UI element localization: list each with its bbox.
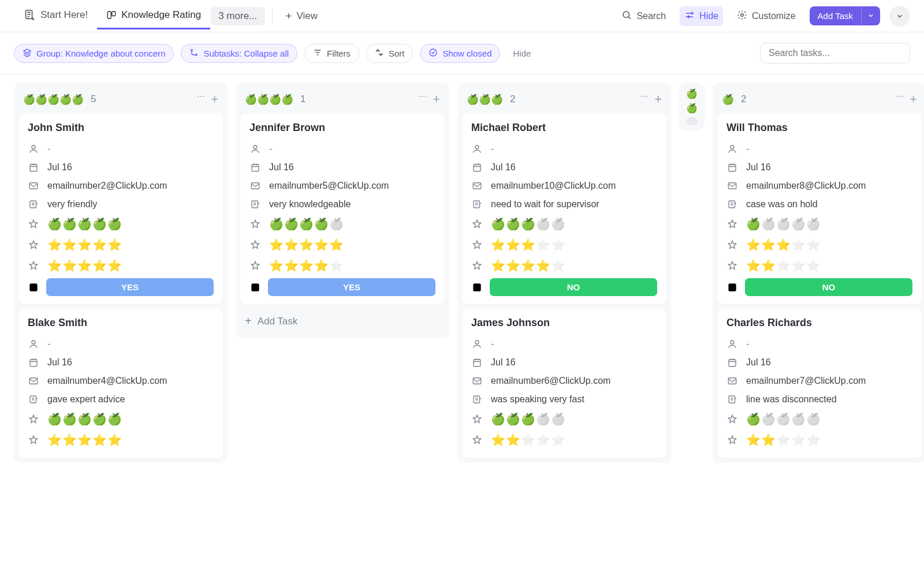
date-row[interactable]: Jul 16	[28, 158, 214, 177]
assignee-row[interactable]: -	[726, 140, 912, 158]
column-more-button[interactable]: ⋯	[419, 92, 427, 107]
add-task-button[interactable]: Add Task	[810, 6, 880, 25]
column-more-button[interactable]: ⋯	[640, 92, 649, 107]
resolved-row[interactable]: YES	[28, 276, 214, 296]
column-add-button[interactable]: +	[654, 92, 662, 107]
apple-rating-row[interactable]: 🍏🍏🍏🍏🍏	[28, 409, 214, 429]
star-icon	[726, 260, 738, 271]
task-card[interactable]: Will Thomas-Jul 16emailnumber8@ClickUp.c…	[717, 114, 922, 304]
note-icon	[726, 394, 738, 405]
assignee-row[interactable]: -	[471, 140, 657, 158]
note-icon	[28, 199, 39, 210]
resolved-row[interactable]: YES	[249, 276, 435, 296]
svg-rect-30	[474, 360, 480, 366]
assignee-row[interactable]: -	[471, 335, 657, 353]
resolved-row[interactable]: NO	[726, 276, 912, 296]
email-row[interactable]: emailnumber10@ClickUp.com	[471, 177, 657, 195]
hide-button[interactable]: Hide	[680, 6, 723, 26]
email-icon	[726, 180, 738, 192]
tab-knowledge-rating[interactable]: Knowledge Rating	[97, 2, 210, 29]
star-rating-row[interactable]: ⭐⭐⭐⭐⭐	[249, 255, 435, 276]
search-tasks-input[interactable]	[760, 43, 910, 63]
date-row[interactable]: Jul 16	[726, 353, 912, 372]
column-apples: 🍏🍏🍏	[467, 94, 503, 106]
chevron-down-icon[interactable]	[861, 7, 880, 25]
apple-rating-row[interactable]: 🍏🍏🍏🍏🍏	[471, 409, 657, 429]
column-more-button[interactable]: ⋯	[197, 92, 205, 107]
resolved-badge: NO	[745, 278, 912, 296]
resolved-badge: NO	[490, 278, 657, 296]
star-rating-row[interactable]: ⭐⭐⭐⭐⭐	[28, 234, 214, 255]
note-row[interactable]: was speaking very fast	[471, 390, 657, 409]
sort-chip[interactable]: Sort	[366, 44, 413, 63]
hide-filter-button[interactable]: Hide	[507, 48, 536, 58]
star-rating-row[interactable]: ⭐⭐⭐⭐⭐	[471, 429, 657, 450]
task-card[interactable]: Blake Smith-Jul 16emailnumber4@ClickUp.c…	[18, 309, 223, 458]
apple-rating-row[interactable]: 🍏🍏🍏🍏🍏	[726, 409, 912, 429]
add-task-row[interactable]: +Add Task	[240, 309, 445, 334]
assignee-row[interactable]: -	[249, 140, 435, 158]
star-icon	[726, 218, 738, 230]
svg-rect-41	[729, 396, 735, 403]
star-rating-row[interactable]: ⭐⭐⭐⭐⭐	[28, 429, 214, 450]
filters-chip[interactable]: Filters	[304, 44, 359, 63]
star-rating-row[interactable]: ⭐⭐⭐⭐⭐	[471, 234, 657, 255]
column-more-button[interactable]: ⋯	[896, 92, 904, 107]
note-row[interactable]: very friendly	[28, 195, 214, 214]
star-rating-row[interactable]: ⭐⭐⭐⭐⭐	[726, 234, 912, 255]
apple-rating-row[interactable]: 🍏🍏🍏🍏🍏	[471, 214, 657, 234]
note-row[interactable]: line was disconnected	[726, 390, 912, 409]
add-view-button[interactable]: + View	[280, 6, 323, 26]
resolved-row[interactable]: NO	[471, 276, 657, 296]
divider	[272, 9, 273, 23]
apple-rating-row[interactable]: 🍏🍏🍏🍏🍏	[726, 214, 912, 234]
star-rating-row[interactable]: ⭐⭐⭐⭐⭐	[726, 255, 912, 276]
apple-rating-row[interactable]: 🍏🍏🍏🍏🍏	[249, 214, 435, 234]
note-row[interactable]: very knowledgeable	[249, 195, 435, 214]
column-count: 2	[741, 94, 746, 105]
collapsed-column[interactable]: 🍏🍏	[679, 83, 705, 131]
email-row[interactable]: emailnumber4@ClickUp.com	[28, 372, 214, 390]
email-row[interactable]: emailnumber2@ClickUp.com	[28, 177, 214, 195]
date-row[interactable]: Jul 16	[726, 158, 912, 177]
note-row[interactable]: case was on hold	[726, 195, 912, 214]
search-button[interactable]: Search	[617, 6, 670, 26]
subtasks-chip[interactable]: Subtasks: Collapse all	[181, 44, 297, 63]
email-row[interactable]: emailnumber8@ClickUp.com	[726, 177, 912, 195]
column-add-button[interactable]: +	[910, 92, 917, 107]
column-add-button[interactable]: +	[211, 92, 218, 107]
task-card[interactable]: Jennifer Brown-Jul 16emailnumber5@ClickU…	[240, 114, 445, 304]
more-menu-button[interactable]	[889, 6, 910, 27]
task-card[interactable]: Michael Robert-Jul 16emailnumber10@Click…	[462, 114, 666, 304]
assignee-row[interactable]: -	[28, 140, 214, 158]
assignee-row[interactable]: -	[726, 335, 912, 353]
apple-rating-row[interactable]: 🍏🍏🍏🍏🍏	[28, 214, 214, 234]
layers-icon	[23, 48, 32, 59]
star-rating-row[interactable]: ⭐⭐⭐⭐⭐	[726, 429, 912, 450]
date-row[interactable]: Jul 16	[249, 158, 435, 177]
date-row[interactable]: Jul 16	[28, 353, 214, 372]
note-row[interactable]: need to wait for supervisor	[471, 195, 657, 214]
task-card[interactable]: John Smith-Jul 16emailnumber2@ClickUp.co…	[18, 114, 223, 304]
star-rating-row[interactable]: ⭐⭐⭐⭐⭐	[28, 255, 214, 276]
email-row[interactable]: emailnumber7@ClickUp.com	[726, 372, 912, 390]
assignee-row[interactable]: -	[28, 335, 214, 353]
check-circle-icon	[429, 48, 438, 59]
star-rating-row[interactable]: ⭐⭐⭐⭐⭐	[249, 234, 435, 255]
column-add-button[interactable]: +	[433, 92, 440, 107]
note-icon	[726, 199, 738, 210]
show-closed-chip[interactable]: Show closed	[420, 44, 500, 63]
date-row[interactable]: Jul 16	[471, 158, 657, 177]
note-row[interactable]: gave expert advice	[28, 390, 214, 409]
star-icon	[726, 434, 738, 446]
tab-start-here[interactable]: Start Here!	[14, 2, 97, 30]
group-chip[interactable]: Group: Knowledge about concern	[14, 44, 174, 63]
email-row[interactable]: emailnumber5@ClickUp.com	[249, 177, 435, 195]
date-row[interactable]: Jul 16	[471, 353, 657, 372]
customize-button[interactable]: Customize	[732, 6, 800, 26]
more-views-button[interactable]: 3 more...	[210, 7, 265, 25]
star-rating-row[interactable]: ⭐⭐⭐⭐⭐	[471, 255, 657, 276]
task-card[interactable]: Charles Richards-Jul 16emailnumber7@Clic…	[717, 309, 922, 458]
task-card[interactable]: James Johnson-Jul 16emailnumber6@ClickUp…	[462, 309, 666, 458]
email-row[interactable]: emailnumber6@ClickUp.com	[471, 372, 657, 390]
